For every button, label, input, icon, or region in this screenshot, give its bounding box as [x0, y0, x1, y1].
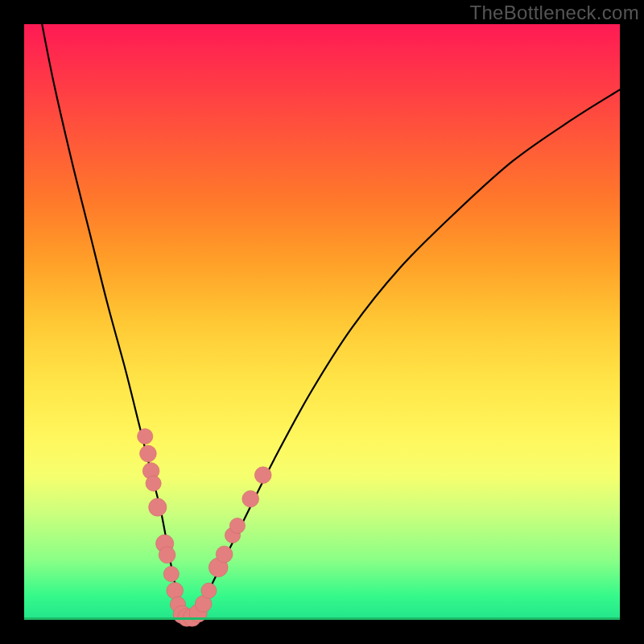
- marker-group: [138, 428, 272, 626]
- watermark-text: TheBottleneck.com: [469, 2, 639, 24]
- data-marker: [159, 547, 175, 564]
- data-marker: [242, 490, 259, 507]
- plot-area: [24, 24, 620, 620]
- data-marker: [163, 566, 179, 581]
- bottleneck-curve: [42, 24, 620, 622]
- chart-frame: TheBottleneck.com: [0, 0, 644, 644]
- data-marker: [167, 582, 184, 599]
- data-marker: [201, 583, 217, 598]
- data-marker: [138, 428, 153, 444]
- data-marker: [146, 476, 161, 491]
- data-marker: [229, 518, 245, 533]
- data-marker: [149, 498, 167, 516]
- data-marker: [254, 467, 271, 484]
- baseline: [24, 617, 620, 620]
- data-marker: [216, 546, 233, 563]
- chart-svg: [24, 24, 620, 620]
- data-marker: [140, 445, 157, 462]
